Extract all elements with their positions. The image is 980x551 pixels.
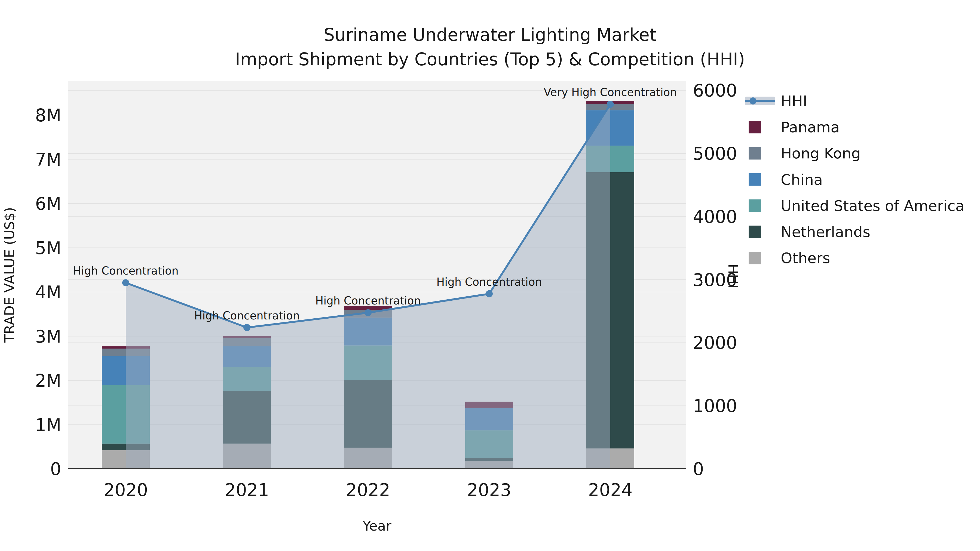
annotation-2020: High Concentration xyxy=(73,265,178,277)
y-left-tick: 8M xyxy=(35,105,61,125)
y-left-tick: 4M xyxy=(35,282,61,302)
chart-title-line2: Import Shipment by Countries (Top 5) & C… xyxy=(235,49,745,69)
x-tick-2023: 2023 xyxy=(467,480,512,500)
y-left-tick: 7M xyxy=(35,150,61,170)
legend-label-united-states-of-america: United States of America xyxy=(781,197,964,214)
x-tick-2024: 2024 xyxy=(588,480,633,500)
legend-label-netherlands: Netherlands xyxy=(781,223,870,241)
y-axis-right-label: HHI xyxy=(725,264,741,288)
chart-title-line1: Suriname Underwater Lighting Market xyxy=(324,25,657,45)
annotation-2022: High Concentration xyxy=(315,294,421,307)
figure: High ConcentrationHigh ConcentrationHigh… xyxy=(0,0,980,551)
legend-swatch-panama xyxy=(749,121,761,133)
annotation-2024: Very High Concentration xyxy=(544,86,677,98)
hhi-point xyxy=(364,309,372,316)
y-axis-left-label: TRADE VALUE (US$) xyxy=(2,207,18,343)
x-axis-label: Year xyxy=(362,518,391,534)
x-tick-2021: 2021 xyxy=(225,480,269,500)
legend-label-panama: Panama xyxy=(781,119,840,136)
y-right-tick: 6000 xyxy=(693,81,737,101)
y-left-tick: 5M xyxy=(35,238,61,258)
legend-hhi-marker xyxy=(749,97,757,105)
legend-swatch-others xyxy=(749,252,761,264)
legend: HHIPanamaHong KongChinaUnited States of … xyxy=(745,92,964,267)
legend-swatch-hong-kong xyxy=(749,147,761,159)
y-left-tick: 0 xyxy=(50,459,61,479)
legend-label-others: Others xyxy=(781,249,830,267)
y-left-tick: 3M xyxy=(35,327,61,347)
y-axis-left-ticks: 01M2M3M4M5M6M7M8M xyxy=(35,105,61,479)
y-left-tick: 1M xyxy=(35,415,61,435)
y-right-tick: 1000 xyxy=(693,396,737,416)
hhi-point xyxy=(607,101,614,108)
x-tick-2020: 2020 xyxy=(104,480,148,500)
legend-label-china: China xyxy=(781,171,822,188)
legend-label-hhi: HHI xyxy=(781,92,807,110)
annotation-2021: High Concentration xyxy=(194,310,300,322)
hhi-point xyxy=(486,290,493,297)
legend-swatch-china xyxy=(749,173,761,186)
y-left-tick: 2M xyxy=(35,371,61,391)
x-tick-2022: 2022 xyxy=(346,480,390,500)
legend-swatch-netherlands xyxy=(749,225,761,238)
chart-canvas: High ConcentrationHigh ConcentrationHigh… xyxy=(0,0,980,551)
hhi-point xyxy=(122,279,129,286)
annotation-2023: High Concentration xyxy=(436,276,542,288)
y-right-tick: 0 xyxy=(693,459,704,479)
y-left-tick: 6M xyxy=(35,194,61,214)
legend-swatch-united-states-of-america xyxy=(749,200,761,212)
hhi-point xyxy=(243,324,250,331)
x-axis-ticks: 20202021202220232024 xyxy=(104,480,633,500)
y-right-tick: 4000 xyxy=(693,207,737,227)
legend-label-hong-kong: Hong Kong xyxy=(781,145,861,162)
y-right-tick: 2000 xyxy=(693,333,737,353)
y-right-tick: 5000 xyxy=(693,144,737,164)
